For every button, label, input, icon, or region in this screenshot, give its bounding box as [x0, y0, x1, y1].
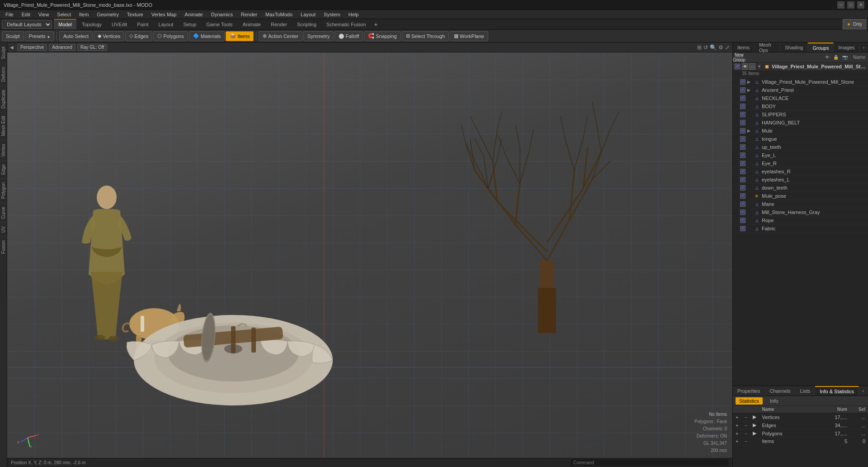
tree-item-4[interactable]: ✓ △ SLIPPERS	[733, 110, 868, 119]
right-tab-shading[interactable]: Shading	[780, 43, 808, 52]
tab-model[interactable]: Model	[54, 19, 76, 29]
symmetry-button[interactable]: Symmetry	[303, 31, 334, 41]
tab-game-tools[interactable]: Game Tools	[202, 19, 237, 29]
bottom-tab-lists[interactable]: Lists	[796, 386, 816, 396]
lock-icon[interactable]: □	[749, 63, 755, 70]
menu-system[interactable]: System	[320, 11, 344, 18]
close-button[interactable]: ✕	[857, 1, 864, 9]
tab-schematic-fusion[interactable]: Schematic Fusion	[322, 19, 370, 29]
sculpt-button[interactable]: Sculpt	[2, 31, 24, 41]
command-input[interactable]	[571, 459, 729, 466]
menu-edit[interactable]: Edit	[18, 11, 34, 18]
viewport-zoom-icon[interactable]: 🔍	[710, 44, 717, 51]
action-center-button[interactable]: ⊕ Action Center	[259, 31, 302, 41]
menu-layout[interactable]: Layout	[297, 11, 319, 18]
menu-geometry[interactable]: Geometry	[93, 11, 122, 18]
left-tab-curve[interactable]: Curve	[0, 203, 7, 223]
left-tab-polygon[interactable]: Polygon	[0, 178, 7, 202]
left-tab-duplicate[interactable]: Duplicate	[0, 86, 7, 112]
tree-item-13[interactable]: ✓ △ down_teeth	[733, 184, 868, 192]
eye-icon[interactable]: 👁	[742, 63, 748, 70]
tab-uvedit[interactable]: UVEdit	[107, 19, 132, 29]
advanced-button[interactable]: Advanced	[49, 44, 75, 51]
viewport-canvas[interactable]: No Items Polygons : Face Channels: 0 Def…	[7, 52, 732, 458]
menu-help[interactable]: Help	[345, 11, 363, 18]
group-checkbox[interactable]: ✓	[735, 64, 740, 69]
left-tab-mesh-edit[interactable]: Mesh Edit	[0, 112, 7, 139]
tree-item-1[interactable]: ✓ ▶ △ Ancient_Priest	[733, 86, 868, 94]
snapping-button[interactable]: 🧲 Snapping	[364, 31, 401, 41]
left-tab-fusion[interactable]: Fusion	[0, 236, 7, 257]
tree-group-row[interactable]: ✓ 👁 □ ▼ ▣ Village_Priest_Mule_Powered_Mi…	[733, 62, 868, 71]
menu-vertex-map[interactable]: Vertex Map	[148, 11, 180, 18]
menu-dynamics[interactable]: Dynamics	[208, 11, 236, 18]
tree-item-0[interactable]: ✓ ▶ △ Village_Priest_Mule_Powered_Mill_S…	[733, 78, 868, 86]
select-through-button[interactable]: ⊞ Select Through	[402, 31, 449, 41]
menu-file[interactable]: File	[2, 11, 17, 18]
polygons-button[interactable]: ⬡ Polygons	[153, 31, 188, 41]
tab-paint[interactable]: Paint	[132, 19, 153, 29]
group-expand[interactable]: ▼	[757, 64, 763, 69]
tree-item-15[interactable]: ✓ △ Mane	[733, 200, 868, 208]
window-controls[interactable]: ─ □ ✕	[837, 1, 864, 9]
new-group-button[interactable]: New Group	[736, 54, 743, 61]
tree-item-11[interactable]: ✓ △ eyelashes_R	[733, 167, 868, 176]
tree-item-16[interactable]: ✓ △ Mill_Stone_Harness_Gray	[733, 208, 868, 216]
tree-item-18[interactable]: ✓ △ Fabric	[733, 224, 868, 233]
tree-item-3[interactable]: ✓ △ BODY	[733, 102, 868, 110]
vertices-button[interactable]: ◆ Vertices	[94, 31, 124, 41]
add-layout-tab-button[interactable]: +	[371, 20, 380, 29]
tree-item-2[interactable]: ✓ △ NECKLACE	[733, 94, 868, 102]
layout-dropdown[interactable]: Default Layouts	[2, 20, 52, 29]
tab-layout[interactable]: Layout	[154, 19, 178, 29]
left-tab-deform[interactable]: Deform	[0, 63, 7, 86]
viewport-refresh-icon[interactable]: ↺	[703, 44, 708, 51]
left-tab-edge[interactable]: Edge	[0, 160, 7, 178]
bottom-tab-info-statistics[interactable]: Info & Statistics	[815, 386, 859, 396]
menu-animate[interactable]: Animate	[181, 11, 206, 18]
edges-button[interactable]: ◇ Edges	[125, 31, 152, 41]
falloff-button[interactable]: ⬤ Falloff	[335, 31, 363, 41]
menu-texture[interactable]: Texture	[123, 11, 147, 18]
tab-setup[interactable]: Setup	[179, 19, 201, 29]
tab-topology[interactable]: Topology	[77, 19, 106, 29]
tree-item-6[interactable]: ✓ ▶ △ Mule	[733, 127, 868, 135]
tree-item-9[interactable]: ✓ △ Eye_L	[733, 151, 868, 159]
right-tab-mesh-ops[interactable]: Mesh Ops	[755, 43, 780, 52]
menu-render[interactable]: Render	[237, 11, 261, 18]
tree-item-5[interactable]: ✓ △ HANGING_BELT	[733, 119, 868, 127]
viewport-fit-icon[interactable]: ⊞	[697, 44, 702, 51]
add-right-tab-button[interactable]: +	[860, 43, 868, 52]
materials-button[interactable]: 🔷 Materials	[189, 31, 225, 41]
left-tab-vertex[interactable]: Vertex	[0, 140, 7, 160]
left-tab-uv[interactable]: UV	[0, 222, 7, 236]
workplane-button[interactable]: ▦ WorkPlane	[450, 31, 488, 41]
ray-gl-button[interactable]: Ray GL: Off	[77, 44, 108, 51]
tree-item-7[interactable]: ✓ △ tongue	[733, 135, 868, 143]
perspective-button[interactable]: Perspective	[17, 44, 47, 51]
add-bottom-tab-button[interactable]: +	[859, 386, 867, 396]
maximize-button[interactable]: □	[847, 1, 854, 9]
right-tab-images[interactable]: Images	[834, 43, 859, 52]
viewport-maximize-icon[interactable]: ⤢	[725, 44, 730, 51]
auto-select-button[interactable]: Auto Select	[59, 31, 93, 41]
menu-maxtomodo[interactable]: MaxToModo	[262, 11, 296, 18]
stats-tab-statistics[interactable]: Statistics	[736, 397, 763, 405]
tree-item-10[interactable]: ✓ △ Eye_R	[733, 159, 868, 167]
stats-tab-info[interactable]: Info	[766, 397, 782, 405]
viewport-settings-icon[interactable]: ⚙	[718, 44, 723, 51]
tab-render[interactable]: Render	[266, 19, 292, 29]
viewport-nav-left[interactable]: ◀	[10, 45, 14, 50]
tree-item-17[interactable]: ✓ △ Rope	[733, 216, 868, 224]
tab-animate[interactable]: Animate	[238, 19, 265, 29]
tree-item-12[interactable]: ✓ △ eyelashes_L	[733, 176, 868, 184]
menu-item[interactable]: Item	[75, 11, 92, 18]
menu-view[interactable]: View	[35, 11, 53, 18]
presets-button[interactable]: Presets ⬥	[25, 31, 54, 41]
menu-select[interactable]: Select	[53, 11, 75, 18]
right-tab-groups[interactable]: Groups	[808, 43, 834, 52]
minimize-button[interactable]: ─	[837, 1, 844, 9]
tree-item-8[interactable]: ✓ △ up_teeth	[733, 143, 868, 151]
right-tab-items[interactable]: Items	[733, 43, 755, 52]
tab-scripting[interactable]: Scripting	[292, 19, 321, 29]
